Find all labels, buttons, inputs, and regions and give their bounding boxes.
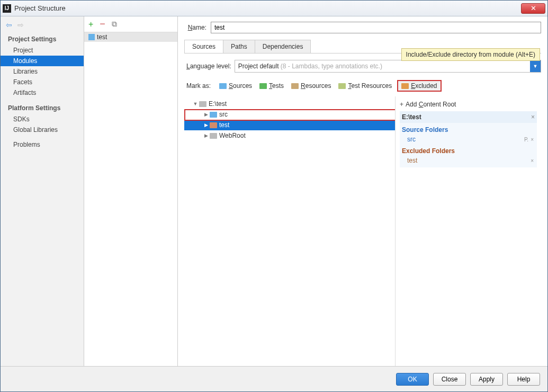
content-tree: ▼E:\test▶src▶test▶WebRoot xyxy=(184,96,396,366)
module-name: test xyxy=(97,33,107,41)
language-level-label: Language level: xyxy=(186,63,231,70)
tree-node[interactable]: ▼E:\test xyxy=(184,99,395,109)
sidebar-item-problems[interactable]: Problems xyxy=(1,139,84,150)
dialog-footer: OK Close Apply Help xyxy=(1,366,547,391)
folder-icon xyxy=(401,83,409,89)
help-button[interactable]: Help xyxy=(507,373,540,386)
name-label: Name: xyxy=(184,24,206,31)
folder-icon xyxy=(219,83,227,89)
apply-button[interactable]: Apply xyxy=(470,373,503,386)
language-level-select[interactable]: Project default (8 - Lambdas, type annot… xyxy=(235,60,541,73)
window-titlebar: IJ Project Structure ✕ xyxy=(1,1,547,16)
folder-group-header: Source Folders xyxy=(400,123,537,135)
sidebar-item-libraries[interactable]: Libraries xyxy=(1,66,84,77)
tooltip: Include/Exclude directory from module (A… xyxy=(401,48,540,61)
sidebar-item-project[interactable]: Project xyxy=(1,45,84,56)
mark-as-test-resources[interactable]: Test Resources xyxy=(336,81,394,91)
chevron-right-icon[interactable]: ▶ xyxy=(202,133,210,138)
modules-panel: + − ⧉ test xyxy=(84,16,178,366)
ok-button[interactable]: OK xyxy=(396,373,429,386)
folder-suffix-icon[interactable]: P. xyxy=(524,137,528,142)
tree-node-label: WebRoot xyxy=(219,132,246,139)
remove-content-root-icon[interactable]: × xyxy=(531,113,535,121)
mark-as-label: Mark as: xyxy=(186,82,211,90)
tree-node-label: src xyxy=(219,111,228,118)
window-title: Project Structure xyxy=(14,4,66,12)
chevron-down-icon[interactable]: ▼ xyxy=(530,60,541,72)
content-folder-name: src xyxy=(407,136,416,143)
sidebar-section-header: Project Settings xyxy=(1,33,84,45)
chevron-right-icon[interactable]: ▶ xyxy=(202,112,210,117)
app-icon: IJ xyxy=(3,4,11,13)
sidebar-item-modules[interactable]: Modules xyxy=(1,56,84,66)
folder-group-header: Excluded Folders xyxy=(400,144,537,156)
language-level-value: Project default xyxy=(238,63,279,70)
close-button[interactable]: Close xyxy=(433,373,466,386)
sidebar-section-header: Platform Settings xyxy=(1,102,84,114)
folder-icon xyxy=(259,83,267,89)
mark-as-resources[interactable]: Resources xyxy=(289,81,333,91)
folder-icon xyxy=(199,101,206,107)
sidebar-item-artifacts[interactable]: Artifacts xyxy=(1,87,84,98)
remove-module-icon[interactable]: − xyxy=(100,19,105,30)
content-folder-name: test xyxy=(407,157,417,164)
settings-sidebar: ⇦ ⇨ Project SettingsProjectModulesLibrar… xyxy=(1,16,84,366)
mark-as-excluded[interactable]: Excluded xyxy=(397,80,441,92)
folder-icon xyxy=(291,83,299,89)
chevron-right-icon[interactable]: ▶ xyxy=(202,122,210,128)
tree-node-label: test xyxy=(219,121,229,129)
tree-node[interactable]: ▶test xyxy=(184,120,395,130)
remove-folder-icon[interactable]: × xyxy=(531,158,534,164)
window-close-button[interactable]: ✕ xyxy=(521,3,545,14)
tab-paths[interactable]: Paths xyxy=(223,40,255,53)
content-folder-item[interactable]: srcP.× xyxy=(400,135,537,144)
module-list-item[interactable]: test xyxy=(84,32,177,42)
folder-icon xyxy=(210,112,217,118)
language-level-hint: (8 - Lambdas, type annotations etc.) xyxy=(281,63,382,70)
tab-sources[interactable]: Sources xyxy=(185,40,223,53)
nav-forward-icon[interactable]: ⇨ xyxy=(17,21,24,29)
add-content-root-button[interactable]: + Add Content Root xyxy=(400,100,537,111)
module-detail-panel: Name: SourcesPathsDependencies Language … xyxy=(178,16,547,366)
tree-node[interactable]: ▶WebRoot xyxy=(184,130,395,141)
plus-icon: + xyxy=(400,101,403,108)
sidebar-item-sdks[interactable]: SDKs xyxy=(1,114,84,124)
module-icon xyxy=(88,34,95,40)
chevron-down-icon[interactable]: ▼ xyxy=(192,101,199,106)
sidebar-item-facets[interactable]: Facets xyxy=(1,77,84,87)
module-name-input[interactable] xyxy=(211,22,541,33)
add-module-icon[interactable]: + xyxy=(88,20,93,29)
mark-as-sources[interactable]: Sources xyxy=(217,81,254,91)
sidebar-item-global-libraries[interactable]: Global Libraries xyxy=(1,124,84,135)
mark-as-tests[interactable]: Tests xyxy=(257,81,286,91)
tab-dependencies[interactable]: Dependencies xyxy=(255,40,311,53)
copy-module-icon[interactable]: ⧉ xyxy=(112,20,117,29)
content-root-path: E:\test xyxy=(402,113,421,121)
folder-icon xyxy=(210,133,217,139)
nav-back-icon[interactable]: ⇦ xyxy=(6,21,12,29)
content-folder-item[interactable]: test× xyxy=(400,156,537,165)
content-roots-panel: + Add Content Root E:\test × Source Fold… xyxy=(396,96,541,366)
module-tabs: SourcesPathsDependencies xyxy=(184,40,311,53)
folder-icon xyxy=(210,122,217,128)
remove-folder-icon[interactable]: × xyxy=(531,137,534,142)
tree-node-label: E:\test xyxy=(209,100,227,108)
content-root-entry[interactable]: E:\test × xyxy=(400,111,537,123)
tree-node[interactable]: ▶src xyxy=(184,109,395,120)
folder-icon xyxy=(338,83,346,89)
